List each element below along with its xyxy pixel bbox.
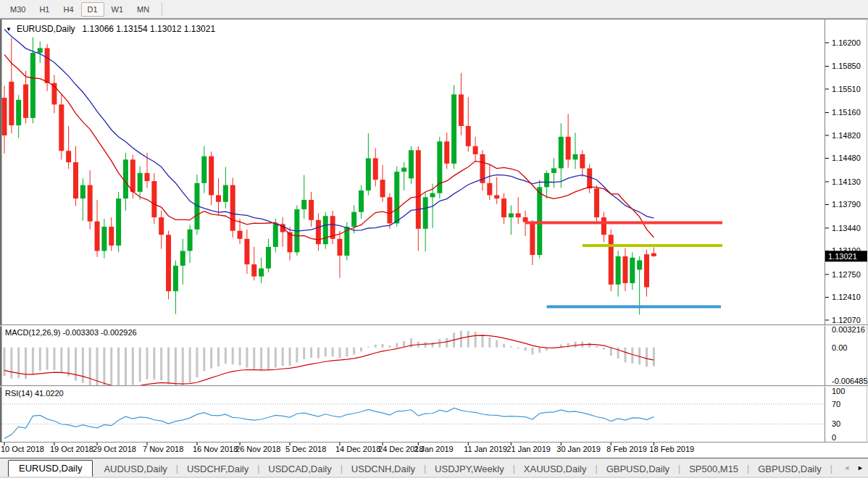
date-axis-label: 8 Feb 2019	[606, 445, 647, 453]
rsi-label: RSI(14) 41.0220	[5, 389, 64, 398]
macd-histogram-bar	[89, 348, 91, 387]
chart-tab-audusd-daily[interactable]: AUDUSD,Daily	[96, 462, 175, 477]
candlestick	[23, 84, 28, 117]
chart-tab-eurusd-daily[interactable]: EURUSD,Daily	[8, 460, 93, 477]
macd-histogram-bar	[432, 343, 434, 348]
candlestick	[101, 227, 107, 251]
candlestick	[173, 266, 178, 291]
candlestick	[209, 156, 214, 196]
timeframe-button-h4[interactable]: H4	[57, 2, 80, 17]
macd-histogram-bar	[232, 348, 234, 365]
candlestick	[244, 239, 249, 264]
price-axis-label: 1.12410	[832, 293, 861, 301]
macd-histogram-bar	[631, 348, 633, 364]
tab-scroll-left-icon[interactable]: ◄	[843, 464, 850, 471]
chart-title: ▼ EURUSD,Daily 1.13066 1.13154 1.13012 1…	[6, 24, 215, 34]
date-axis-label: 10 Oct 2018	[1, 445, 44, 453]
candlestick	[416, 150, 421, 228]
macd-histogram-bar	[375, 345, 377, 348]
chart-tab-xauusd-daily[interactable]: XAUUSD,Daily	[516, 462, 595, 477]
candlestick	[30, 53, 36, 118]
candlestick	[38, 48, 43, 52]
candlestick	[59, 104, 64, 151]
date-axis-label: 2 Jan 2019	[414, 445, 453, 453]
tab-scroll-arrows: ◄►	[838, 458, 868, 477]
chart-tab-usdjpy-weekly[interactable]: USDJPY,Weekly	[427, 462, 512, 477]
macd-histogram-bar	[475, 332, 477, 348]
candlestick	[401, 167, 406, 172]
tab-scroll-right-icon[interactable]: ►	[857, 464, 864, 471]
timeframe-button-h1[interactable]: H1	[33, 2, 56, 17]
candlestick	[516, 214, 521, 218]
chart-tab-usdchf-daily[interactable]: USDCHF,Daily	[179, 462, 256, 477]
timeframe-button-mn[interactable]: MN	[130, 2, 156, 17]
candlestick	[301, 200, 306, 209]
price-axis-label: 1.14820	[832, 131, 861, 140]
macd-histogram-bar	[189, 348, 191, 383]
macd-histogram-bar	[239, 348, 241, 366]
date-axis-label: 29 Oct 2018	[93, 445, 136, 453]
candlestick	[380, 180, 385, 197]
chart-tab-usdcnh-daily[interactable]: USDCNH,Daily	[343, 462, 423, 477]
timeframe-button-m30[interactable]: M30	[4, 2, 32, 17]
candlestick	[409, 150, 414, 178]
macd-histogram-bar	[310, 348, 312, 358]
candlestick	[616, 256, 621, 285]
macd-histogram-bar	[531, 348, 533, 355]
candlestick	[2, 98, 7, 135]
moving-average-21	[4, 29, 654, 231]
candlestick	[466, 126, 471, 146]
chevron-down-icon[interactable]: ▼	[6, 26, 12, 33]
candlestick	[530, 222, 535, 255]
candlestick	[138, 173, 143, 192]
price-axis-label: 1.12750	[832, 270, 861, 279]
timeframe-button-d1[interactable]: D1	[81, 2, 104, 17]
timeframe-button-w1[interactable]: W1	[105, 2, 130, 17]
price-axis-label: 1.13790	[832, 200, 861, 209]
price-axis-label: 1.16200	[832, 38, 861, 47]
candlestick	[622, 256, 627, 283]
candlestick	[316, 220, 321, 244]
candlestick	[323, 216, 328, 244]
macd-histogram-bar	[196, 348, 198, 377]
chart-tab-gbpusd-daily[interactable]: GBPUSD,Daily	[750, 462, 829, 477]
candlestick	[251, 264, 256, 277]
candlestick	[166, 235, 171, 291]
price-axis-label: 1.13440	[832, 224, 861, 232]
candlestick	[601, 217, 606, 235]
macd-histogram-bar	[296, 348, 298, 363]
macd-histogram-bar	[382, 344, 384, 348]
macd-histogram-bar	[396, 343, 398, 348]
date-axis-label: 21 Jan 2019	[506, 445, 551, 453]
rsi-axis-label: 100	[832, 387, 845, 395]
macd-histogram-bar	[388, 345, 391, 348]
macd-histogram-bar	[4, 348, 6, 377]
price-axis-label: 1.14130	[832, 177, 861, 186]
macd-histogram-bar	[139, 348, 141, 382]
macd-histogram-bar	[525, 348, 527, 351]
macd-histogram-bar	[353, 348, 355, 355]
macd-histogram-bar	[267, 348, 270, 370]
macd-histogram-bar	[260, 348, 262, 372]
macd-histogram-bar	[153, 348, 155, 380]
macd-histogram-bar	[317, 348, 320, 358]
date-axis-label: 7 Nov 2018	[143, 445, 183, 453]
macd-histogram-bar	[496, 340, 498, 348]
candlestick	[130, 159, 135, 192]
macd-histogram-bar	[132, 348, 134, 385]
macd-histogram-bar	[596, 346, 598, 348]
macd-axis-label: -0.006485	[832, 377, 868, 385]
candlestick	[116, 198, 121, 246]
macd-histogram-bar	[510, 346, 512, 348]
chart-tab-usdcad-daily[interactable]: USDCAD,Daily	[260, 462, 339, 477]
chart-tab-gbpusd-daily[interactable]: GBPUSD,Daily	[598, 462, 677, 477]
candlestick	[145, 173, 150, 181]
macd-histogram-bar	[588, 343, 591, 347]
macd-histogram-bar	[160, 348, 162, 380]
macd-histogram-bar	[53, 348, 55, 370]
candlestick	[501, 198, 506, 217]
price-axis-label: 1.12070	[832, 316, 861, 324]
chart-tab-sp500-m15[interactable]: SP500,M15	[681, 462, 746, 477]
price-chart[interactable]: 1.162001.158501.155101.151601.148201.144…	[0, 19, 868, 458]
main-panel	[2, 29, 723, 314]
